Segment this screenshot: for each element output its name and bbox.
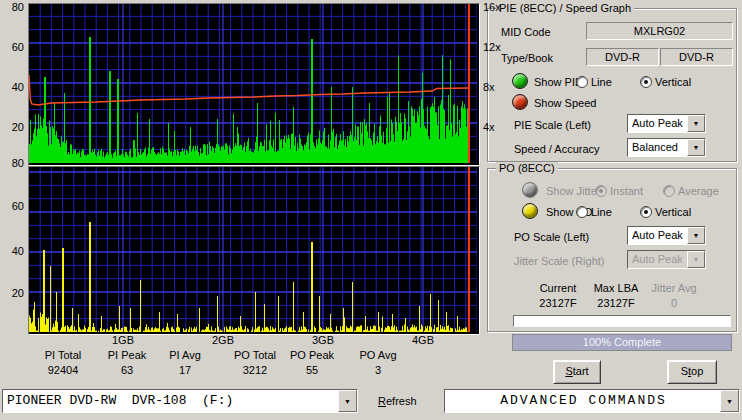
pie-line-label: Line [591,76,612,88]
stat-pi-peak: PI Peak63 [95,349,159,376]
stat-po-avg-value: 3 [346,364,410,376]
stat-pi-peak-value: 63 [95,364,159,376]
po-chart [28,166,480,335]
status-field [513,315,731,327]
dropdown-arrow-icon[interactable]: ▼ [687,227,705,244]
progress-label: 100% Complete [583,336,661,348]
stat-po-peak: PO Peak55 [280,349,344,376]
speed-y-axis-tick: 12x [483,41,501,53]
po-line-label: Line [591,206,612,218]
dropdown-arrow-icon[interactable]: ▼ [687,115,705,132]
speed-y-axis-tick: 4x [483,121,495,133]
po-group-title: PO (8ECC) [496,162,558,174]
stat-po-avg-label: PO Avg [346,349,410,361]
advanced-commands-value: ADVANCED COMMANDS [445,390,720,412]
mid-code-value: MXLRG02 [586,22,733,40]
jitter-average-label: Average [678,185,719,197]
po-vertical-label: Vertical [655,206,691,218]
jitter-average-radio [663,185,675,197]
po-y-axis-tick: 80 [2,157,24,169]
stat-pi-total-label: PI Total [31,349,95,361]
start-button[interactable]: Start [553,360,601,384]
jitter-instant-radio [595,185,607,197]
stat-po-total: PO Total3212 [223,349,287,376]
pie-y-axis-tick: 60 [2,41,24,53]
stat-po-peak-value: 55 [280,364,344,376]
pie-y-axis-tick: 20 [2,121,24,133]
show-speed-label: Show Speed [534,97,596,109]
po-y-axis-tick: 60 [2,200,24,212]
show-speed-led-button[interactable] [512,94,528,110]
po-scale-label: PO Scale (Left) [514,231,589,243]
pie-group-title: PIE (8ECC) / Speed Graph [496,2,634,14]
x-axis-tick: 1GB [107,334,139,346]
pie-scale-label: PIE Scale (Left) [514,119,591,131]
jitter-scale-label: Jitter Scale (Right) [514,255,604,267]
po-group: PO (8ECC) Show Jitter Instant Average Sh… [487,168,737,332]
max-lba-value: 23127F [586,297,646,309]
disc-quality-scan-window: PIE (8ECC) / Speed Graph MID Code MXLRG0… [0,0,742,420]
po-line-radio[interactable] [576,206,588,218]
stat-pi-avg-value: 17 [153,364,217,376]
stat-po-avg: PO Avg3 [346,349,410,376]
jitter-scale-select: Auto Peak ▼ [627,250,706,269]
speed-y-axis-tick: 16x [483,1,501,13]
dropdown-arrow-icon: ▼ [687,251,705,268]
pie-vertical-radio[interactable] [640,76,652,88]
advanced-commands-select[interactable]: ADVANCED COMMANDS ▼ [444,389,740,413]
x-axis-tick: 4GB [407,334,439,346]
pie-speed-chart [28,3,480,166]
drive-select[interactable]: PIONEER DVD-RW DVR-108 (F:) ▼ [2,389,358,413]
po-scale-value: Auto Peak [628,227,687,244]
drive-select-value: PIONEER DVD-RW DVR-108 (F:) [3,390,338,412]
pie-line-radio[interactable] [576,76,588,88]
type-book-label: Type/Book [501,52,553,64]
type-value: DVD-R [586,48,659,66]
x-axis-tick: 2GB [207,334,239,346]
jitter-scale-value: Auto Peak [628,251,687,268]
show-jitter-label: Show Jitter [546,185,600,197]
book-value: DVD-R [660,48,733,66]
stat-po-peak-label: PO Peak [280,349,344,361]
pie-chart-plot [29,4,477,163]
refresh-button[interactable]: Refresh [378,395,417,407]
mid-code-label: MID Code [501,26,551,38]
speed-accuracy-label: Speed / Accuracy [514,143,600,155]
stat-pi-avg-label: PI Avg [153,349,217,361]
pie-scale-select[interactable]: Auto Peak ▼ [627,114,706,133]
x-axis-tick: 3GB [307,334,339,346]
po-y-axis-tick: 20 [2,287,24,299]
progress-bar: 100% Complete [512,334,732,351]
pie-scale-value: Auto Peak [628,115,687,132]
stat-po-total-value: 3212 [223,364,287,376]
stat-pi-total-value: 92404 [31,364,95,376]
speed-y-axis-tick: 8x [483,81,495,93]
max-lba-label: Max LBA [586,282,646,294]
current-value: 23127F [528,297,588,309]
pie-y-axis-tick: 40 [2,81,24,93]
speed-accuracy-select[interactable]: Balanced ▼ [627,138,706,157]
jitter-avg-label: Jitter Avg [644,282,704,294]
dropdown-arrow-icon[interactable]: ▼ [338,390,357,412]
current-label: Current [528,282,588,294]
stat-pi-total: PI Total92404 [31,349,95,376]
show-pie-led-button[interactable] [512,73,528,89]
show-po-led-button[interactable] [522,203,538,219]
pie-y-axis-tick: 80 [2,1,24,13]
stat-pi-avg: PI Avg17 [153,349,217,376]
stat-pi-peak-label: PI Peak [95,349,159,361]
po-vertical-radio[interactable] [640,206,652,218]
pie-speed-group: PIE (8ECC) / Speed Graph MID Code MXLRG0… [487,8,737,162]
speed-accuracy-value: Balanced [628,139,687,156]
dropdown-arrow-icon[interactable]: ▼ [687,139,705,156]
po-chart-plot [29,167,477,332]
jitter-avg-value: 0 [644,297,704,309]
show-jitter-led-button [522,182,538,198]
stop-button[interactable]: Stop [667,360,717,384]
po-scale-select[interactable]: Auto Peak ▼ [627,226,706,245]
pie-vertical-label: Vertical [655,76,691,88]
stat-po-total-label: PO Total [223,349,287,361]
po-y-axis-tick: 40 [2,245,24,257]
dropdown-arrow-icon[interactable]: ▼ [720,390,739,412]
jitter-instant-label: Instant [610,185,643,197]
